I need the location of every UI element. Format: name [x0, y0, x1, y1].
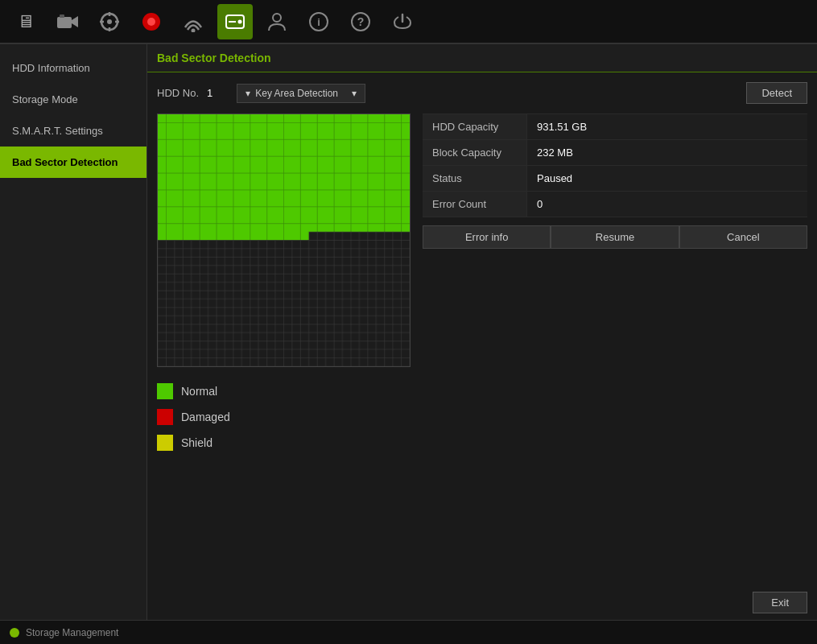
status-val: Paused: [527, 166, 807, 191]
statusbar: Storage Management: [0, 620, 817, 644]
svg-rect-0: [57, 17, 72, 28]
svg-point-11: [192, 28, 196, 32]
shield-legend-item: Shield: [157, 435, 807, 451]
network-icon[interactable]: [175, 4, 211, 39]
legend: Normal Damaged Shield: [157, 383, 807, 451]
page-title: Bad Sector Detection: [157, 52, 271, 64]
help-circle-icon[interactable]: ?: [343, 4, 378, 39]
svg-point-13: [238, 19, 242, 23]
chevron-down-icon: ▾: [246, 88, 250, 99]
error-info-button[interactable]: Error info: [423, 225, 551, 249]
monitor-icon[interactable]: 🖥: [8, 4, 43, 39]
svg-point-15: [273, 14, 281, 22]
sidebar: HDD Information Storage Mode S.M.A.R.T. …: [0, 44, 147, 620]
sector-grid-canvas: [158, 114, 410, 366]
svg-point-10: [147, 18, 155, 26]
info-circle-icon[interactable]: i: [301, 4, 336, 39]
camera-icon[interactable]: [50, 4, 85, 39]
user-icon[interactable]: [259, 4, 295, 39]
block-capacity-val: 232 MB: [527, 140, 807, 165]
normal-legend-item: Normal: [157, 383, 807, 399]
main-layout: HDD Information Storage Mode S.M.A.R.T. …: [0, 44, 817, 620]
cancel-button[interactable]: Cancel: [679, 225, 807, 249]
block-capacity-key: Block Capacity: [423, 140, 527, 165]
statusbar-label: Storage Management: [26, 627, 118, 638]
svg-rect-2: [60, 14, 64, 18]
normal-color-swatch: [157, 383, 173, 399]
exit-button[interactable]: Exit: [753, 592, 807, 613]
page-header: Bad Sector Detection: [147, 44, 817, 72]
svg-point-4: [107, 19, 112, 24]
hdd-capacity-val: 931.51 GB: [527, 114, 807, 139]
info-row-status: Status Paused: [423, 166, 807, 192]
sidebar-item-smart-settings[interactable]: S.M.A.R.T. Settings: [0, 115, 146, 147]
damaged-legend-item: Damaged: [157, 409, 807, 425]
exit-area: Exit: [147, 585, 817, 620]
topbar: 🖥: [0, 0, 817, 44]
info-row-hdd-capacity: HDD Capacity 931.51 GB: [423, 114, 807, 140]
damaged-color-swatch: [157, 409, 173, 425]
hdd-number-label: HDD No.: [157, 87, 199, 99]
sector-grid: [157, 114, 411, 367]
damaged-legend-label: Damaged: [181, 411, 230, 423]
sidebar-item-storage-mode[interactable]: Storage Mode: [0, 84, 146, 115]
status-key: Status: [423, 166, 527, 191]
info-row-error-count: Error Count 0: [423, 192, 807, 217]
svg-text:i: i: [317, 16, 320, 28]
detection-mode-label: Key Area Detection: [255, 88, 338, 99]
svg-text:?: ?: [357, 15, 365, 28]
sidebar-item-hdd-information[interactable]: HDD Information: [0, 52, 146, 84]
resume-button[interactable]: Resume: [551, 225, 679, 249]
info-row-block-capacity: Block Capacity 232 MB: [423, 140, 807, 166]
sidebar-item-bad-sector-detection[interactable]: Bad Sector Detection: [0, 147, 146, 178]
content-area: Bad Sector Detection HDD No. 1 ▾ Key Are…: [147, 44, 817, 620]
detection-mode-dropdown[interactable]: ▾ Key Area Detection ▾: [237, 84, 365, 103]
dropdown-arrow-icon: ▾: [352, 88, 357, 99]
status-dot-icon: [10, 628, 19, 638]
power-icon[interactable]: [385, 4, 420, 39]
storage-hdd-icon[interactable]: [217, 4, 253, 39]
svg-marker-1: [72, 16, 78, 27]
record-icon[interactable]: [134, 4, 169, 39]
hdd-row: HDD No. 1 ▾ Key Area Detection ▾ Detect: [157, 82, 807, 104]
info-table: HDD Capacity 931.51 GB Block Capacity 23…: [423, 114, 807, 249]
detect-button[interactable]: Detect: [746, 82, 807, 104]
wheel-icon[interactable]: [92, 4, 127, 39]
error-count-val: 0: [527, 192, 807, 217]
content-inner: HDD No. 1 ▾ Key Area Detection ▾ Detect: [147, 72, 817, 585]
error-count-key: Error Count: [423, 192, 527, 217]
hdd-capacity-key: HDD Capacity: [423, 114, 527, 139]
shield-legend-label: Shield: [181, 436, 213, 449]
hdd-number-value: 1: [207, 87, 213, 99]
grid-info-row: HDD Capacity 931.51 GB Block Capacity 23…: [157, 114, 807, 367]
shield-color-swatch: [157, 435, 173, 451]
normal-legend-label: Normal: [181, 385, 217, 398]
action-buttons: Error info Resume Cancel: [423, 225, 807, 249]
